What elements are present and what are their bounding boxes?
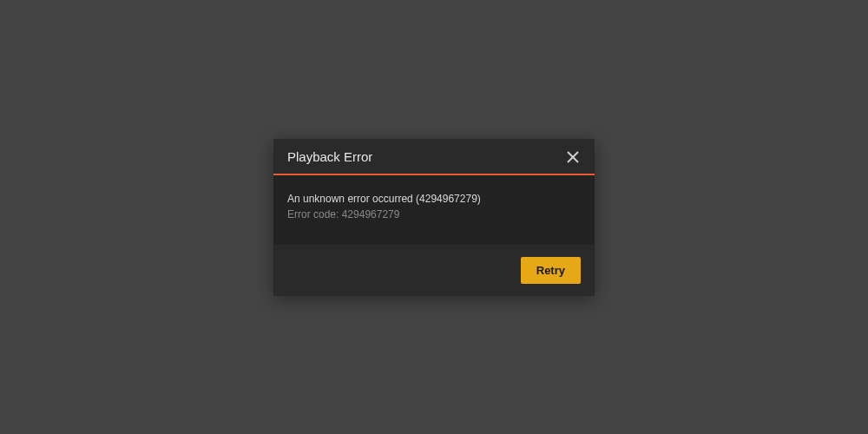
dialog-header: Playback Error [273, 139, 595, 175]
close-icon [567, 151, 579, 163]
dialog-title: Playback Error [287, 149, 372, 164]
error-dialog: Playback Error An unknown error occurred… [273, 139, 595, 296]
error-message: An unknown error occurred (4294967279) [287, 193, 581, 205]
retry-button[interactable]: Retry [521, 257, 581, 284]
error-code: Error code: 4294967279 [287, 208, 581, 220]
dialog-footer: Retry [273, 245, 595, 296]
close-button[interactable] [565, 149, 581, 165]
dialog-body: An unknown error occurred (4294967279) E… [273, 175, 595, 245]
